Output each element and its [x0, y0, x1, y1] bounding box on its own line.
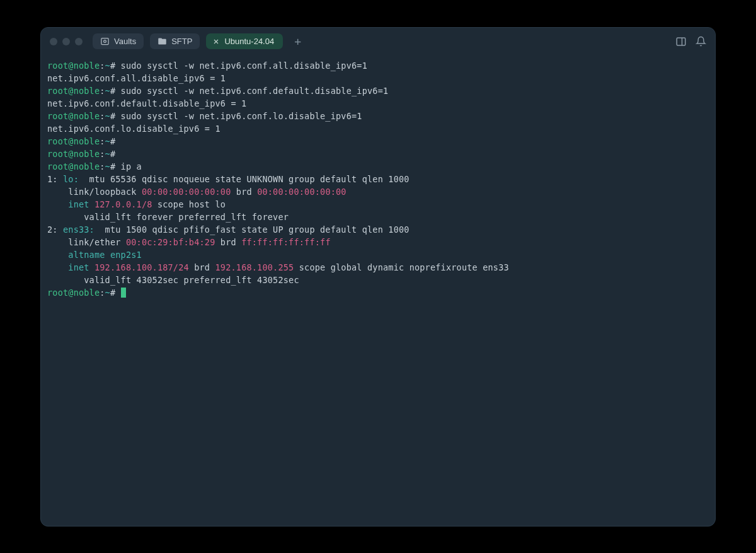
terminal-output[interactable]: root@noble:~# sudo sysctl -w net.ipv6.co…	[41, 55, 715, 526]
prompt-line: root@noble:~# ip a	[47, 160, 709, 173]
output-line: net.ipv6.conf.all.disable_ipv6 = 1	[47, 72, 709, 84]
close-window-button[interactable]	[50, 38, 57, 45]
terminal-window: Vaults SFTP Ubuntu-24.04 +	[40, 27, 716, 527]
title-bar-right	[675, 36, 706, 47]
notifications-button[interactable]	[696, 36, 706, 47]
output-line: link/ether 00:0c:29:bf:b4:29 brd ff:ff:f…	[47, 236, 709, 248]
svg-point-1	[104, 40, 106, 43]
prompt-line: root@noble:~#	[47, 135, 709, 148]
title-bar: Vaults SFTP Ubuntu-24.04 +	[41, 28, 715, 55]
split-pane-button[interactable]	[675, 36, 687, 47]
tab-label: Vaults	[114, 37, 136, 46]
tab-sftp[interactable]: SFTP	[150, 33, 200, 49]
prompt-line: root@noble:~# sudo sysctl -w net.ipv6.co…	[47, 59, 709, 72]
svg-rect-0	[101, 38, 108, 45]
prompt-line: root@noble:~# sudo sysctl -w net.ipv6.co…	[47, 110, 709, 122]
output-line: valid_lft forever preferred_lft forever	[47, 211, 709, 223]
output-line: inet 192.168.100.187/24 brd 192.168.100.…	[47, 261, 709, 274]
add-tab-button[interactable]: +	[289, 35, 306, 48]
output-line: altname enp2s1	[47, 248, 709, 261]
traffic-lights	[50, 38, 83, 45]
vault-icon	[100, 37, 110, 46]
tab-vaults[interactable]: Vaults	[93, 33, 144, 49]
output-line: 1: lo: mtu 65536 qdisc noqueue state UNK…	[47, 173, 709, 185]
tab-ubuntu[interactable]: Ubuntu-24.04	[206, 33, 283, 49]
cursor	[121, 288, 126, 298]
minimize-window-button[interactable]	[62, 38, 70, 45]
output-line: valid_lft 43052sec preferred_lft 43052se…	[47, 274, 709, 286]
prompt-line: root@noble:~# sudo sysctl -w net.ipv6.co…	[47, 84, 709, 97]
maximize-window-button[interactable]	[75, 38, 83, 45]
tab-label: Ubuntu-24.04	[224, 37, 274, 46]
output-line: 2: ens33: mtu 1500 qdisc pfifo_fast stat…	[47, 223, 709, 236]
output-line: inet 127.0.0.1/8 scope host lo	[47, 198, 709, 211]
prompt-line: root@noble:~#	[47, 148, 709, 160]
prompt-line-active[interactable]: root@noble:~#	[47, 286, 709, 299]
close-icon[interactable]	[212, 38, 220, 45]
svg-rect-2	[677, 38, 685, 45]
output-line: link/loopback 00:00:00:00:00:00 brd 00:0…	[47, 185, 709, 198]
output-line: net.ipv6.conf.lo.disable_ipv6 = 1	[47, 122, 709, 135]
plus-icon: +	[294, 35, 301, 48]
folder-icon	[158, 37, 167, 46]
output-line: net.ipv6.conf.default.disable_ipv6 = 1	[47, 97, 709, 110]
tab-label: SFTP	[171, 37, 192, 46]
